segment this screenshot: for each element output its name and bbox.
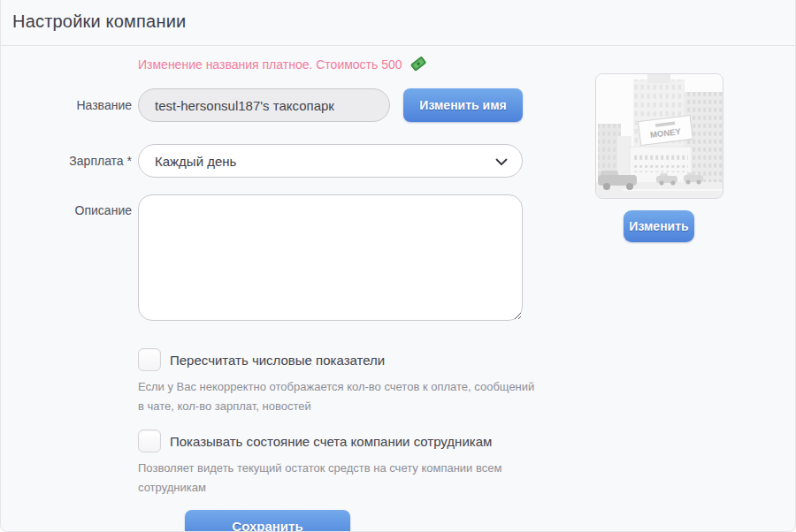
banknote-icon (409, 56, 427, 74)
show-balance-checkbox-row: Показывать состояние счета компании сотр… (138, 429, 795, 452)
rename-cost-notice: Изменение названия платное. Стоимость 50… (138, 57, 795, 72)
chevron-down-icon (495, 154, 508, 169)
recalc-checkbox-hint: Если у Вас некорректно отображается кол-… (138, 377, 536, 416)
show-balance-checkbox[interactable] (138, 429, 161, 452)
recalc-checkbox-label[interactable]: Пересчитать числовые показатели (170, 353, 385, 368)
description-label: Описание (1, 194, 132, 324)
show-balance-checkbox-hint: Позволяет видеть текущий остаток средств… (138, 459, 536, 498)
page-header: Настройки компании (1, 0, 795, 46)
show-balance-checkbox-label[interactable]: Показывать состояние счета компании сотр… (170, 434, 492, 449)
page-title: Настройки компании (12, 11, 783, 32)
salary-select[interactable]: Каждый день (138, 144, 523, 178)
save-button[interactable]: Сохранить (185, 510, 350, 532)
company-name-input[interactable] (138, 88, 390, 122)
rename-button[interactable]: Изменить имя (403, 88, 523, 122)
salary-label: Зарплата * (1, 144, 132, 178)
company-logo-image: MONEY (595, 73, 723, 199)
salary-selected-option: Каждый день (155, 154, 495, 169)
rename-cost-notice-text: Изменение названия платное. Стоимость 50… (138, 57, 402, 72)
recalc-checkbox[interactable] (138, 348, 161, 371)
company-settings-page: Настройки компании Изменение названия пл… (0, 0, 796, 532)
description-textarea[interactable] (138, 194, 523, 321)
change-logo-button[interactable]: Изменить (624, 210, 694, 242)
company-logo-section: MONEY (595, 73, 723, 242)
name-label: Название (1, 88, 132, 122)
settings-content: Изменение названия платное. Стоимость 50… (1, 46, 795, 532)
recalc-checkbox-row: Пересчитать числовые показатели (138, 348, 795, 371)
